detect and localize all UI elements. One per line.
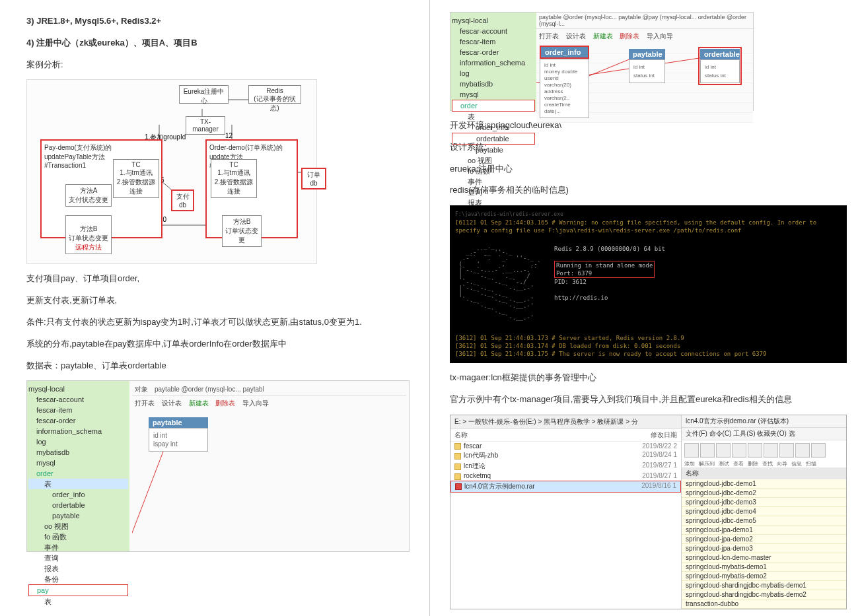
table-paytable2: paytable id int status int — [629, 49, 665, 83]
rar-item[interactable]: springcloud-jpa-demo2 — [682, 535, 846, 544]
tree-tables-node[interactable]: 表 — [28, 479, 128, 489]
folder-icon — [454, 463, 461, 470]
p-tables: 数据表：paytable、订单表ordertable — [26, 359, 410, 373]
tree-functions[interactable]: fo 函数 — [28, 531, 128, 542]
open-tabs[interactable]: paytable @order (mysql-loc... paytabl — [155, 386, 264, 393]
file-row[interactable]: fescar2019/8/22 2 — [450, 442, 681, 450]
btn-open[interactable]: 打开表 — [135, 399, 155, 407]
btn-scan[interactable] — [811, 443, 826, 458]
heading-3: 3) JRE1.8+, Mysql5.6+, Redis3.2+ — [26, 15, 410, 28]
p-example: 官方示例中有个tx-manager项目,需要导入到我们项目中,并且配置eurek… — [450, 393, 847, 407]
tree-item[interactable]: log — [452, 68, 535, 79]
btn-find[interactable] — [764, 443, 778, 458]
tree-backup[interactable]: 备份 — [28, 574, 128, 584]
tree-db-pay[interactable]: pay — [28, 584, 128, 596]
tree-item[interactable]: mybatisdb — [452, 79, 535, 89]
btn-add[interactable] — [684, 443, 699, 458]
tree-item[interactable]: fescar-order — [28, 415, 128, 426]
rar-item[interactable]: springcloud-jpa-demo3 — [682, 544, 846, 553]
file-row-selected[interactable]: lcn4.0官方示例demo.rar2019/8/16 1 — [450, 481, 681, 493]
tree-db-order[interactable]: order — [452, 100, 535, 112]
path-bar[interactable]: E: > 一般软件-娱乐-备份(E:) > 黑马程序员教学 > 教研新课 > 分 — [450, 415, 681, 429]
rar-item[interactable]: springcloud-shardingjdbc-mybatis-demo1 — [682, 581, 846, 590]
btn-import[interactable]: 导入向导 — [242, 399, 269, 407]
tree-item[interactable]: fescar-item — [28, 405, 128, 415]
tree-item[interactable]: mysql — [452, 89, 535, 100]
btn-info[interactable] — [795, 443, 810, 458]
tree-views[interactable]: oo 视图 — [28, 521, 128, 531]
rar-item[interactable]: springcloud-shardingjdbc-mybatis-demo2 — [682, 590, 846, 599]
tree-item[interactable]: fescar-order — [452, 47, 535, 57]
btn-extract[interactable] — [700, 443, 715, 458]
tree-db-order[interactable]: order — [28, 468, 128, 479]
tab-object[interactable]: 对象 — [135, 386, 148, 393]
tree-item[interactable]: log — [28, 436, 128, 447]
rar-item[interactable]: springcloud-jpa-demo1 — [682, 526, 846, 535]
tree-table[interactable]: ordertable — [28, 500, 128, 510]
folder-icon — [454, 443, 461, 450]
toolbar2: 打开表 设计表 新建表 删除表 导入向导 — [536, 29, 753, 44]
tree-item[interactable]: mybatisdb — [28, 447, 128, 458]
rar-item[interactable]: springcloud-mybatis-demo1 — [682, 563, 846, 572]
p-txmanager: tx-magaer:lcn框架提供的事务管理中心 — [450, 371, 847, 385]
txmanager-box: TX-manager — [186, 116, 225, 135]
tree-item[interactable]: information_schema — [452, 57, 535, 68]
mysql-panel-right: mysql-local fescar-account fescar-item f… — [450, 12, 754, 111]
tree-events[interactable]: 事件 — [28, 542, 128, 553]
col-date[interactable]: 修改日期 — [631, 430, 677, 440]
btn-design[interactable]: 设计表 — [566, 32, 586, 40]
rar-col[interactable]: 名称 — [682, 467, 846, 479]
tree-table[interactable]: order_info — [28, 489, 128, 500]
rar-item[interactable]: springcloud-jdbc-demo4 — [682, 507, 846, 516]
file-row[interactable]: lcn理论2019/8/27 1 — [450, 461, 681, 471]
table-ordertable: ordertable id int status int — [698, 47, 742, 85]
rar-item[interactable]: springcloud-jdbc-demo2 — [682, 489, 846, 498]
tree-item[interactable]: mysql — [28, 458, 128, 468]
tree-item[interactable]: fescar-item — [452, 36, 535, 47]
file-row[interactable]: lcn代码-zhb2019/8/24 1 — [450, 450, 681, 461]
tree-table[interactable]: paytable — [28, 510, 128, 521]
btn-delete[interactable]: 删除表 — [620, 32, 639, 40]
method-b2: 方法B 订单状态变更 — [222, 215, 262, 247]
btn-delete[interactable]: 删除表 — [215, 399, 235, 407]
rar-item[interactable]: springcloud-jdbc-demo3 — [682, 498, 846, 507]
file-row[interactable]: rocketmq2019/8/27 1 — [450, 471, 681, 480]
open-tabs[interactable]: paytable @order (mysql-loc... paytable @… — [536, 13, 753, 29]
rar-item[interactable]: springcloud-jdbc-demo5 — [682, 516, 846, 526]
btn-design[interactable]: 设计表 — [162, 399, 182, 407]
btn-new[interactable]: 新建表 — [593, 32, 613, 40]
btn-test[interactable] — [716, 443, 731, 458]
tree-item[interactable]: fescar-account — [28, 394, 128, 405]
col-name[interactable]: 名称 — [454, 430, 631, 440]
tree-root[interactable]: mysql-local — [452, 15, 535, 26]
btn-wizard[interactable] — [779, 443, 794, 458]
method-a: 方法A 支付状态变更 — [65, 184, 112, 207]
table-paytable: paytable id int ispay int — [149, 417, 208, 452]
rar-menu[interactable]: 文件(F) 命令(C) 工具(S) 收藏夹(O) 选 — [682, 428, 846, 440]
console-line: [3612] 01 Sep 21:44:03.174 # DB loaded f… — [455, 342, 842, 350]
btn-new[interactable]: 新建表 — [189, 399, 209, 407]
right-column: mysql-local fescar-account fescar-item f… — [430, 0, 860, 616]
svg-text:12: 12 — [225, 132, 233, 139]
btn-open[interactable]: 打开表 — [539, 32, 559, 40]
rar-item[interactable]: springcloud-lcn-demo-master — [682, 553, 846, 563]
db-tree2: mysql-local fescar-account fescar-item f… — [450, 13, 536, 110]
rar-item[interactable]: transaction-dubbo — [682, 599, 846, 609]
p-pay-order: 支付项目pay、订单项目order, — [26, 272, 410, 286]
tree-item[interactable]: fescar-account — [452, 26, 535, 36]
tree-root[interactable]: mysql-local — [28, 384, 128, 394]
table-cols: id int status int — [700, 59, 740, 83]
rar-item[interactable]: springcloud-mybatis-demo2 — [682, 572, 846, 581]
btn-del[interactable] — [748, 443, 762, 458]
pay-db: 支付db — [171, 189, 194, 211]
tree-tables-node[interactable]: 表 — [28, 596, 128, 607]
btn-view[interactable] — [732, 443, 746, 458]
case-label: 案例分析: — [26, 58, 410, 72]
document-page: 3) JRE1.8+, Mysql5.6+, Redis3.2+ 4) 注册中心… — [0, 0, 860, 616]
rar-icon — [455, 483, 462, 490]
tree-queries[interactable]: 查询 — [28, 553, 128, 563]
tree-item[interactable]: information_schema — [28, 426, 128, 436]
tree-reports[interactable]: 报表 — [28, 563, 128, 574]
btn-import[interactable]: 导入向导 — [647, 32, 673, 40]
rar-item[interactable]: springcloud-jdbc-demo1 — [682, 479, 846, 489]
